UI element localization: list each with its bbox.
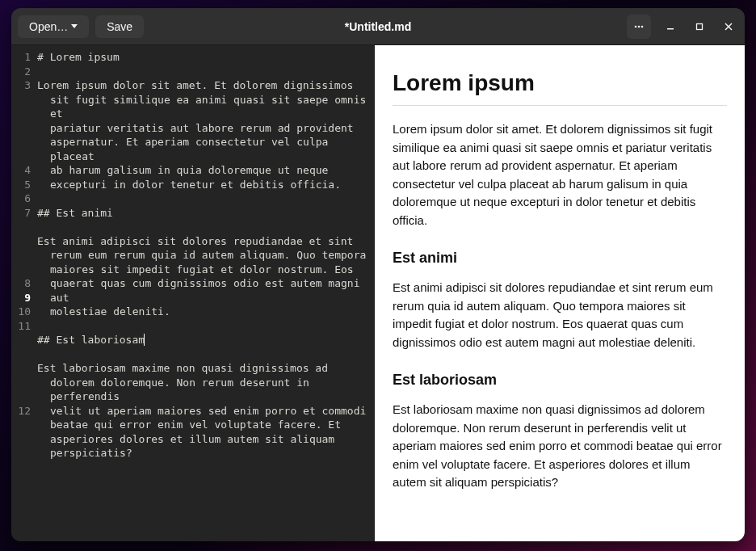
maximize-button[interactable]	[690, 17, 709, 36]
editor-pane[interactable]: 123.....4567....891011.....12 # Lorem ip…	[11, 45, 375, 541]
code-line[interactable]: Est laboriosam maxime non quasi dignissi…	[37, 361, 368, 376]
code-line[interactable]: velit ut aperiam maiores sed enim porro …	[37, 404, 368, 419]
line-number: 9	[11, 291, 31, 305]
save-button[interactable]: Save	[95, 15, 144, 38]
code-line[interactable]: molestiae deleniti.	[37, 305, 368, 319]
code-line[interactable]: sit fugit similique ea animi quasi sit s…	[37, 93, 368, 121]
code-line[interactable]	[37, 65, 368, 79]
code-line[interactable]: rerum eum rerum quia id autem aliquam. Q…	[37, 248, 368, 263]
code-line[interactable]: beatae qui error enim vel voluptate face…	[37, 418, 368, 432]
window-title: *Untitled.md	[345, 20, 411, 33]
code-line[interactable]: maiores sit impedit fugiat et dolor nost…	[37, 263, 368, 277]
line-number: 3	[11, 78, 31, 93]
code-line[interactable]: ## Est laboriosam	[37, 333, 368, 347]
svg-point-0	[635, 25, 637, 27]
preview-paragraph: Est animi adipisci sit dolores repudiand…	[393, 279, 727, 351]
open-button-label: Open…	[29, 20, 68, 33]
line-number: 11	[11, 319, 31, 334]
code-line[interactable]: ## Est animi	[37, 206, 368, 221]
preview-paragraph: Lorem ipsum dolor sit amet. Et dolorem d…	[393, 120, 727, 229]
editor-window: Open… Save *Untitled.md	[11, 8, 745, 541]
code-line[interactable]: quaerat quas cum dignissimos odio est au…	[37, 276, 368, 305]
line-number: 5	[11, 178, 31, 192]
code-line[interactable]: Est animi adipisci sit dolores repudiand…	[37, 234, 368, 249]
code-line[interactable]	[37, 461, 368, 475]
text-cursor	[144, 334, 145, 346]
titlebar-right-controls	[627, 15, 738, 39]
code-line[interactable]: excepturi in dolor tenetur et debitis of…	[37, 178, 368, 192]
kebab-icon	[633, 21, 645, 32]
code-line[interactable]: perspiciatis?	[37, 446, 368, 461]
open-button[interactable]: Open…	[18, 15, 89, 38]
line-number: 6	[11, 191, 31, 206]
source-code[interactable]: # Lorem ipsum Lorem ipsum dolor sit amet…	[34, 45, 375, 541]
svg-rect-3	[667, 28, 674, 30]
menu-button[interactable]	[627, 15, 651, 39]
line-number: 10	[11, 305, 31, 319]
preview-heading-2: Est laboriosam	[393, 369, 727, 391]
desktop-background: Open… Save *Untitled.md	[0, 0, 756, 551]
save-button-label: Save	[107, 20, 132, 33]
line-number: 1	[11, 50, 31, 65]
preview-heading-2: Est animi	[393, 247, 727, 269]
close-button[interactable]	[719, 17, 738, 36]
line-number: 4	[11, 163, 31, 178]
code-line[interactable]: pariatur veritatis aut labore rerum ad p…	[37, 121, 368, 136]
line-number: 2	[11, 65, 31, 79]
code-line[interactable]: # Lorem ipsum	[37, 50, 368, 65]
titlebar-left-controls: Open… Save	[18, 15, 144, 38]
minimize-icon	[666, 22, 675, 32]
code-line[interactable]: Lorem ipsum dolor sit amet. Et dolorem d…	[37, 78, 368, 93]
code-line[interactable]	[37, 319, 368, 334]
preview-pane[interactable]: Lorem ipsum Lorem ipsum dolor sit amet. …	[375, 45, 745, 541]
chevron-down-icon	[71, 24, 78, 28]
content-area: 123.....4567....891011.....12 # Lorem ip…	[11, 45, 745, 541]
line-number: 12	[11, 404, 31, 419]
svg-rect-4	[697, 23, 703, 29]
preview-heading-1: Lorem ipsum	[393, 66, 727, 106]
code-line[interactable]	[37, 191, 368, 206]
maximize-icon	[695, 22, 704, 32]
minimize-button[interactable]	[661, 17, 680, 36]
code-line[interactable]: ab harum galisum in quia doloremque ut n…	[37, 163, 368, 178]
code-line[interactable]: dolorem doloremque. Non rerum deserunt i…	[37, 376, 368, 404]
code-line[interactable]	[37, 347, 368, 362]
preview-paragraph: Est laboriosam maxime non quasi dignissi…	[393, 401, 727, 492]
svg-point-1	[638, 25, 640, 27]
line-number: 8	[11, 276, 31, 291]
svg-point-2	[641, 25, 644, 27]
code-line[interactable]	[37, 220, 368, 234]
close-icon	[724, 22, 733, 32]
code-line[interactable]: asperiores dolores et illum autem sit al…	[37, 432, 368, 447]
code-line[interactable]: aspernatur. Et aperiam consectetur vel c…	[37, 135, 368, 163]
line-number: 7	[11, 206, 31, 221]
line-number-gutter: 123.....4567....891011.....12	[11, 45, 34, 541]
titlebar: Open… Save *Untitled.md	[11, 8, 745, 45]
